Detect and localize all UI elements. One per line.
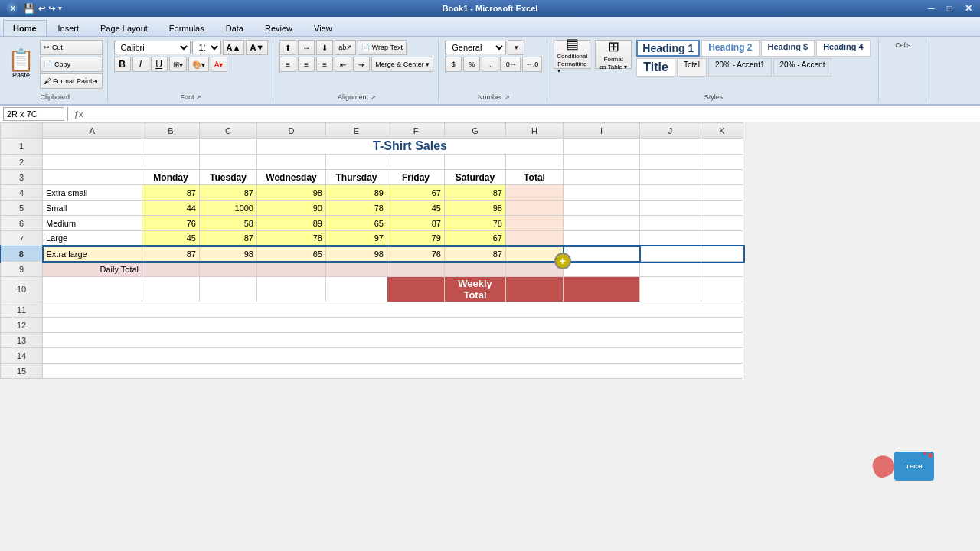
merge-center-button[interactable]: Merge & Center ▾ bbox=[371, 57, 433, 72]
spreadsheet-container[interactable]: A B C D E F G H I J K 1 bbox=[0, 122, 980, 547]
col-header-e[interactable]: E bbox=[326, 123, 387, 139]
cell-h2[interactable] bbox=[506, 155, 564, 170]
cell-c10[interactable] bbox=[200, 277, 257, 302]
cell-j3[interactable] bbox=[640, 170, 701, 185]
row-header-12[interactable]: 12 bbox=[1, 318, 43, 333]
cell-g6[interactable]: 78 bbox=[445, 216, 506, 231]
cell-e9[interactable] bbox=[326, 262, 387, 277]
cell-row14[interactable] bbox=[43, 348, 743, 364]
col-header-f[interactable]: F bbox=[387, 123, 445, 139]
cell-j7[interactable] bbox=[640, 231, 701, 246]
row-header-14[interactable]: 14 bbox=[1, 348, 43, 364]
cell-c2[interactable] bbox=[200, 155, 257, 170]
cell-e4[interactable]: 89 bbox=[326, 185, 387, 201]
number-format-select[interactable]: General bbox=[445, 41, 506, 54]
col-header-b[interactable]: B bbox=[142, 123, 200, 139]
row-header-1[interactable]: 1 bbox=[1, 139, 43, 155]
align-middle-button[interactable]: ↔ bbox=[298, 40, 315, 55]
border-button[interactable]: ⊞▾ bbox=[169, 57, 187, 72]
cell-a5[interactable]: Small bbox=[43, 201, 142, 216]
redo-icon[interactable]: ↪ bbox=[48, 4, 55, 14]
decrease-decimal-button[interactable]: ←.0 bbox=[522, 57, 543, 72]
cell-row15[interactable] bbox=[43, 364, 743, 379]
row-header-2[interactable]: 2 bbox=[1, 155, 43, 170]
format-as-table-button[interactable]: ⊞ Format as Table ▾ bbox=[595, 40, 632, 69]
cell-c4[interactable]: 87 bbox=[200, 185, 257, 201]
cell-c6[interactable]: 58 bbox=[200, 216, 257, 231]
cell-a9[interactable]: Daily Total bbox=[43, 262, 142, 277]
cell-k5[interactable] bbox=[701, 201, 743, 216]
italic-button[interactable]: I bbox=[132, 57, 149, 72]
cell-k7[interactable] bbox=[701, 231, 743, 246]
col-header-g[interactable]: G bbox=[445, 123, 506, 139]
cell-row13[interactable] bbox=[43, 333, 743, 348]
align-center-button[interactable]: ≡ bbox=[298, 57, 315, 72]
col-header-d[interactable]: D bbox=[257, 123, 326, 139]
cell-k2[interactable] bbox=[701, 155, 743, 170]
paste-label[interactable]: Paste bbox=[12, 71, 30, 79]
heading2-style-button[interactable]: Heading 2 bbox=[701, 40, 759, 57]
customize-icon[interactable]: ▾ bbox=[58, 5, 62, 12]
cell-g9[interactable] bbox=[445, 262, 506, 277]
cell-i2[interactable] bbox=[564, 155, 640, 170]
cell-c8[interactable]: 98 bbox=[200, 246, 257, 262]
cell-a8[interactable]: Extra large bbox=[43, 246, 142, 262]
row-header-7[interactable]: 7 bbox=[1, 231, 43, 246]
bold-button[interactable]: B bbox=[114, 57, 131, 72]
cell-d10[interactable] bbox=[257, 277, 326, 302]
quick-access-toolbar[interactable]: X 💾 ↩ ↪ ▾ bbox=[6, 2, 62, 15]
cell-g5[interactable]: 98 bbox=[445, 201, 506, 216]
cut-button[interactable]: ✂ Cut bbox=[40, 40, 103, 55]
cell-f4[interactable]: 67 bbox=[387, 185, 445, 201]
corner-header[interactable] bbox=[1, 123, 43, 139]
cell-j1[interactable] bbox=[640, 139, 701, 155]
accent1-style-button[interactable]: 20% - Accent1 bbox=[708, 58, 771, 77]
save-icon[interactable]: 💾 bbox=[23, 3, 35, 15]
row-header-8[interactable]: 8 bbox=[1, 246, 43, 262]
cell-b10[interactable] bbox=[142, 277, 200, 302]
wrap-text-button[interactable]: 📄 Wrap Text bbox=[358, 40, 407, 55]
cell-i4[interactable] bbox=[564, 185, 640, 201]
cell-f5[interactable]: 45 bbox=[387, 201, 445, 216]
cell-d8[interactable]: 65 bbox=[257, 246, 326, 262]
increase-indent-button[interactable]: ⇥ bbox=[353, 57, 370, 72]
cell-e5[interactable]: 78 bbox=[326, 201, 387, 216]
cell-k8[interactable] bbox=[701, 246, 743, 262]
cell-k9[interactable] bbox=[701, 262, 743, 277]
formula-input[interactable] bbox=[90, 109, 977, 119]
cell-e3[interactable]: Thursday bbox=[326, 170, 387, 185]
align-left-button[interactable]: ≡ bbox=[279, 57, 296, 72]
orientation-button[interactable]: ab↗ bbox=[335, 40, 356, 55]
cell-j6[interactable] bbox=[640, 216, 701, 231]
copy-button[interactable]: 📄 Copy bbox=[40, 57, 103, 72]
cell-c1[interactable] bbox=[200, 139, 257, 155]
cell-b5[interactable]: 44 bbox=[142, 201, 200, 216]
cell-f9[interactable] bbox=[387, 262, 445, 277]
tab-page-layout[interactable]: Page Layout bbox=[90, 20, 158, 36]
cell-c7[interactable]: 87 bbox=[200, 231, 257, 246]
conditional-formatting-button[interactable]: ▤ Conditional Formatting ▾ bbox=[554, 40, 590, 69]
fill-handle-cursor[interactable]: + bbox=[554, 253, 571, 269]
cell-a1[interactable] bbox=[43, 139, 142, 155]
cell-d9[interactable] bbox=[257, 262, 326, 277]
cell-f6[interactable]: 87 bbox=[387, 216, 445, 231]
cell-b3[interactable]: Monday bbox=[142, 170, 200, 185]
cell-k4[interactable] bbox=[701, 185, 743, 201]
cell-e10[interactable] bbox=[326, 277, 387, 302]
tab-formulas[interactable]: Formulas bbox=[159, 20, 214, 36]
fill-color-button[interactable]: 🎨▾ bbox=[188, 57, 209, 72]
cell-h5[interactable] bbox=[506, 201, 564, 216]
office-button[interactable]: X bbox=[6, 2, 20, 15]
cell-i10[interactable] bbox=[564, 277, 640, 302]
row-header-10[interactable]: 10 bbox=[1, 277, 43, 302]
row-header-5[interactable]: 5 bbox=[1, 201, 43, 216]
cell-f2[interactable] bbox=[387, 155, 445, 170]
cell-g10[interactable]: Weekly Total bbox=[445, 277, 506, 302]
cell-a10[interactable] bbox=[43, 277, 142, 302]
cell-j10[interactable] bbox=[640, 277, 701, 302]
cell-b4[interactable]: 87 bbox=[142, 185, 200, 201]
cell-d3[interactable]: Wednesday bbox=[257, 170, 326, 185]
font-size-select[interactable]: 11 bbox=[192, 41, 221, 54]
cell-d2[interactable] bbox=[257, 155, 326, 170]
cell-i6[interactable] bbox=[564, 216, 640, 231]
